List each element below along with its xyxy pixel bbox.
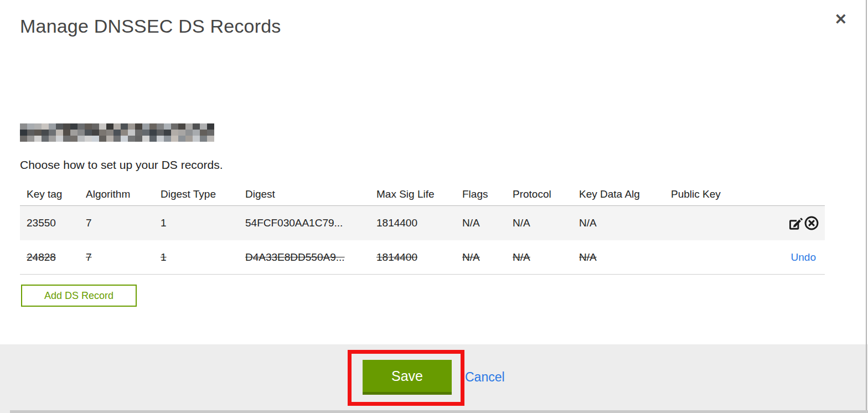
col-header-digest: Digest <box>245 188 376 200</box>
cell-algorithm: 7 <box>86 251 161 264</box>
col-header-key-tag: Key tag <box>20 188 86 200</box>
col-header-key-data-alg: Key Data Alg <box>579 188 671 200</box>
col-header-max-sig-life: Max Sig Life <box>376 188 462 200</box>
ds-records-table: Key tag Algorithm Digest Type Digest Max… <box>20 183 825 275</box>
cell-max-sig-life: 1814400 <box>376 251 462 264</box>
undo-link[interactable]: Undo <box>791 251 819 264</box>
cell-digest-type: 1 <box>161 251 245 264</box>
page-title: Manage DNSSEC DS Records <box>20 16 281 37</box>
save-button[interactable]: Save <box>363 360 452 395</box>
row-actions <box>737 215 825 231</box>
delete-record-icon[interactable] <box>803 215 819 231</box>
manage-dnssec-modal: Manage DNSSEC DS Records ✕ Choose how to… <box>0 0 868 413</box>
redacted-domain-name <box>20 123 214 142</box>
col-header-digest-type: Digest Type <box>161 188 245 200</box>
col-header-public-key: Public Key <box>671 188 737 200</box>
cell-key-tag: 24828 <box>20 251 86 264</box>
cell-key-data-alg: N/A <box>579 217 671 229</box>
close-icon[interactable]: ✕ <box>834 12 847 27</box>
cell-algorithm: 7 <box>86 217 161 229</box>
cell-digest: 54FCF030AA1C79... <box>245 217 376 229</box>
col-header-protocol: Protocol <box>513 188 579 200</box>
cell-flags: N/A <box>462 251 513 264</box>
add-ds-record-button[interactable]: Add DS Record <box>21 285 137 307</box>
window-right-edge <box>866 0 867 413</box>
cell-protocol: N/A <box>513 217 579 229</box>
table-header-row: Key tag Algorithm Digest Type Digest Max… <box>20 183 825 206</box>
cell-digest: D4A33E8DD550A9... <box>245 251 376 264</box>
col-header-flags: Flags <box>462 188 513 200</box>
cancel-link[interactable]: Cancel <box>465 370 505 385</box>
cell-max-sig-life: 1814400 <box>376 217 462 229</box>
subtitle-text: Choose how to set up your DS records. <box>20 158 223 172</box>
cell-key-tag: 23550 <box>20 217 86 229</box>
table-row: 23550 7 1 54FCF030AA1C79... 1814400 N/A … <box>20 206 825 240</box>
row-actions: Undo <box>737 251 825 264</box>
edit-record-icon[interactable] <box>787 215 803 231</box>
cell-digest-type: 1 <box>161 217 245 229</box>
window-bottom-edge <box>10 410 868 413</box>
cell-key-data-alg: N/A <box>579 251 671 264</box>
cell-protocol: N/A <box>513 251 579 264</box>
table-row-deleted: 24828 7 1 D4A33E8DD550A9... 1814400 N/A … <box>20 240 825 275</box>
cell-flags: N/A <box>462 217 513 229</box>
col-header-algorithm: Algorithm <box>86 188 161 200</box>
